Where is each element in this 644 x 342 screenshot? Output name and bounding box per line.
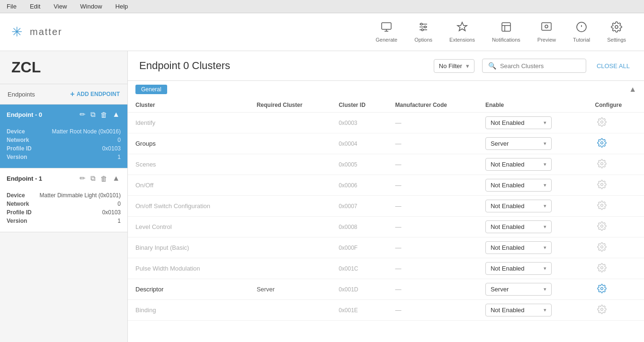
notifications-action[interactable]: Notifications bbox=[485, 18, 527, 46]
menu-help[interactable]: Help bbox=[113, 2, 131, 11]
endpoint-0-device-row: Device Matter Root Node (0x0016) bbox=[7, 128, 121, 135]
cluster-enable-cell[interactable]: Not Enabled ▾ bbox=[478, 154, 588, 175]
general-section-header: General ▲ bbox=[128, 81, 644, 98]
generate-label: Generate bbox=[376, 37, 397, 43]
preview-label: Preview bbox=[537, 37, 556, 43]
cluster-enable-cell[interactable]: Not Enabled ▾ bbox=[478, 196, 588, 217]
endpoint-1-delete-button[interactable]: 🗑 bbox=[99, 174, 108, 184]
endpoint-1-copy-button[interactable]: ⧉ bbox=[89, 173, 97, 184]
col-cluster: Cluster bbox=[128, 98, 249, 113]
endpoint-1-header[interactable]: Endpoint - 1 ✏ ⧉ 🗑 ▲ bbox=[0, 168, 127, 188]
cluster-configure-cell bbox=[588, 217, 644, 237]
cluster-enable-cell[interactable]: Not Enabled ▾ bbox=[478, 300, 588, 321]
options-action[interactable]: Options bbox=[408, 18, 439, 46]
tutorial-action[interactable]: Tutorial bbox=[566, 18, 597, 46]
enable-value: Server bbox=[491, 286, 509, 293]
cluster-required-cell bbox=[249, 113, 331, 133]
endpoint-0-header[interactable]: Endpoint - 0 ✏ ⧉ 🗑 ▲ bbox=[0, 105, 127, 124]
cluster-enable-cell[interactable]: Not Enabled ▾ bbox=[478, 113, 588, 133]
app: ✳ matter Generate Options Extensions bbox=[0, 13, 644, 342]
extensions-icon bbox=[456, 21, 468, 35]
cluster-required-cell bbox=[249, 300, 331, 321]
configure-button[interactable] bbox=[595, 240, 608, 255]
enable-value: Not Enabled bbox=[491, 223, 525, 230]
cluster-enable-cell[interactable]: Server ▾ bbox=[478, 133, 588, 154]
enable-select[interactable]: Not Enabled ▾ bbox=[485, 200, 552, 212]
configure-button[interactable] bbox=[595, 303, 608, 317]
extensions-action[interactable]: Extensions bbox=[443, 18, 482, 46]
endpoint-1-network-row: Network 0 bbox=[7, 201, 121, 207]
cluster-name-cell: Pulse Width Modulation bbox=[128, 258, 249, 279]
extensions-label: Extensions bbox=[449, 37, 475, 43]
menu-edit[interactable]: Edit bbox=[27, 2, 43, 11]
endpoint-1-collapse-button[interactable]: ▲ bbox=[111, 173, 121, 184]
configure-button[interactable] bbox=[595, 282, 608, 297]
add-endpoint-button[interactable]: + ADD ENDPOINT bbox=[70, 90, 120, 98]
cluster-id-cell: 0x0005 bbox=[331, 154, 387, 175]
col-configure: Configure bbox=[588, 98, 644, 113]
endpoint-0-edit-button[interactable]: ✏ bbox=[79, 109, 87, 120]
enable-select[interactable]: Not Enabled ▾ bbox=[485, 220, 552, 233]
menu-file[interactable]: File bbox=[4, 2, 19, 11]
svg-point-17 bbox=[600, 184, 603, 186]
cluster-enable-cell[interactable]: Not Enabled ▾ bbox=[478, 258, 588, 279]
configure-button[interactable] bbox=[595, 178, 608, 193]
enable-select[interactable]: Not Enabled ▾ bbox=[485, 179, 552, 192]
endpoint-1-edit-button[interactable]: ✏ bbox=[79, 173, 87, 184]
cluster-id-cell: 0x001D bbox=[331, 279, 387, 300]
cluster-enable-cell[interactable]: Not Enabled ▾ bbox=[478, 237, 588, 258]
cluster-id-cell: 0x0003 bbox=[331, 113, 387, 133]
general-collapse-button[interactable]: ▲ bbox=[629, 85, 636, 94]
configure-button[interactable] bbox=[595, 261, 608, 276]
enable-chevron-icon: ▾ bbox=[544, 307, 546, 313]
search-input[interactable] bbox=[500, 62, 580, 70]
search-icon: 🔍 bbox=[488, 62, 496, 70]
cluster-enable-cell[interactable]: Not Enabled ▾ bbox=[478, 175, 588, 196]
col-required: Required Cluster bbox=[249, 98, 331, 113]
enable-select[interactable]: Not Enabled ▾ bbox=[485, 158, 552, 171]
cluster-id-cell: 0x000F bbox=[331, 237, 387, 258]
endpoint-0-profileid-label: Profile ID bbox=[7, 145, 32, 152]
endpoint-1-version-row: Version 1 bbox=[7, 218, 121, 224]
settings-action[interactable]: Settings bbox=[600, 18, 633, 46]
cluster-enable-cell[interactable]: Server ▾ bbox=[478, 279, 588, 300]
filter-dropdown[interactable]: No Filter ▾ bbox=[434, 59, 474, 73]
enable-value: Server bbox=[491, 140, 509, 147]
toolbar: ✳ matter Generate Options Extensions bbox=[0, 13, 644, 51]
menu-window[interactable]: Window bbox=[77, 2, 105, 11]
enable-select[interactable]: Not Enabled ▾ bbox=[485, 116, 552, 129]
enable-select[interactable]: Not Enabled ▾ bbox=[485, 262, 552, 275]
toolbar-actions: Generate Options Extensions Notification… bbox=[369, 18, 633, 46]
endpoint-0-delete-button[interactable]: 🗑 bbox=[99, 110, 108, 120]
preview-action[interactable]: Preview bbox=[531, 18, 563, 46]
enable-select[interactable]: Server ▾ bbox=[485, 137, 552, 150]
configure-button[interactable] bbox=[595, 115, 608, 130]
tutorial-label: Tutorial bbox=[573, 37, 590, 43]
cluster-required-cell bbox=[249, 154, 331, 175]
configure-button[interactable] bbox=[595, 219, 608, 234]
cluster-configure-cell bbox=[588, 237, 644, 258]
notifications-icon bbox=[501, 21, 512, 35]
cluster-enable-cell[interactable]: Not Enabled ▾ bbox=[478, 217, 588, 237]
enable-select[interactable]: Server ▾ bbox=[485, 283, 552, 296]
col-id: Cluster ID bbox=[331, 98, 387, 113]
enable-chevron-icon: ▾ bbox=[544, 161, 546, 167]
generate-action[interactable]: Generate bbox=[369, 18, 404, 46]
endpoint-0-collapse-button[interactable]: ▲ bbox=[111, 109, 121, 120]
col-manufacturer: Manufacturer Code bbox=[388, 98, 478, 113]
configure-button[interactable] bbox=[595, 136, 608, 151]
table-row: Level Control 0x0008 — Not Enabled ▾ bbox=[128, 217, 644, 237]
configure-button[interactable] bbox=[595, 157, 608, 172]
enable-select[interactable]: Not Enabled ▾ bbox=[485, 304, 552, 316]
configure-button[interactable] bbox=[595, 199, 608, 213]
endpoint-1-version-value: 1 bbox=[117, 218, 121, 224]
cluster-name-cell: On/off Switch Configuration bbox=[128, 196, 249, 217]
svg-point-16 bbox=[600, 163, 603, 165]
close-all-button[interactable]: CLOSE ALL bbox=[594, 60, 633, 72]
menu-view[interactable]: View bbox=[51, 2, 70, 11]
enable-select[interactable]: Not Enabled ▾ bbox=[485, 241, 552, 254]
endpoint-0-copy-button[interactable]: ⧉ bbox=[89, 109, 97, 120]
endpoint-0-actions: ✏ ⧉ 🗑 ▲ bbox=[79, 109, 121, 120]
table-row: Binary Input (Basic) 0x000F — Not Enable… bbox=[128, 237, 644, 258]
col-enable: Enable bbox=[478, 98, 588, 113]
